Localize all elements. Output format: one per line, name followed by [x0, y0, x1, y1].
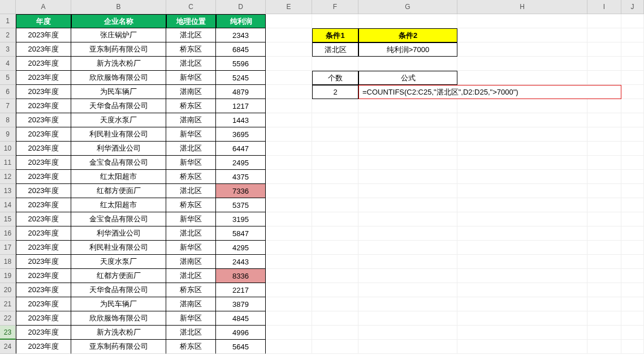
- cell-profit[interactable]: 3879: [216, 297, 266, 311]
- header-profit[interactable]: 纯利润: [216, 14, 266, 28]
- cell-profit[interactable]: 2443: [216, 255, 266, 269]
- cell-company[interactable]: 红都方便面厂: [71, 269, 166, 283]
- cell-profit[interactable]: 4879: [216, 85, 266, 99]
- empty-cell[interactable]: [587, 283, 621, 297]
- cell-company[interactable]: 红太阳超市: [71, 198, 166, 212]
- empty-cell[interactable]: [587, 212, 621, 226]
- cell-company[interactable]: 天度水泵厂: [71, 255, 166, 269]
- cond-header-1[interactable]: 条件1: [312, 28, 358, 42]
- cell-location[interactable]: 新华区: [166, 156, 216, 170]
- empty-cell[interactable]: [266, 14, 312, 28]
- cell-company[interactable]: 亚东制药有限公司: [71, 42, 166, 57]
- cell-profit[interactable]: 3695: [216, 127, 266, 142]
- spreadsheet-grid[interactable]: ABCDEFGHIJ1年度企业名称地理位置纯利润22023年度张庄锅炉厂湛北区2…: [0, 0, 644, 354]
- empty-cell[interactable]: [621, 127, 644, 142]
- empty-cell[interactable]: [312, 142, 358, 156]
- cell-year[interactable]: 2023年度: [16, 184, 71, 198]
- empty-cell[interactable]: [587, 156, 621, 170]
- empty-cell[interactable]: [457, 156, 587, 170]
- empty-cell[interactable]: [457, 42, 587, 57]
- cell-location[interactable]: 湛北区: [166, 326, 216, 340]
- row-header-8[interactable]: 8: [0, 113, 16, 127]
- empty-cell[interactable]: [457, 269, 587, 283]
- empty-cell[interactable]: [312, 340, 358, 354]
- row-header-2[interactable]: 2: [0, 28, 16, 42]
- cell-profit[interactable]: 4375: [216, 170, 266, 184]
- empty-cell[interactable]: [358, 170, 457, 184]
- cell-year[interactable]: 2023年度: [16, 156, 71, 170]
- empty-cell[interactable]: [358, 198, 457, 212]
- col-header-D[interactable]: D: [216, 0, 266, 14]
- empty-cell[interactable]: [358, 340, 457, 354]
- empty-cell[interactable]: [358, 127, 457, 142]
- cell-profit[interactable]: 5645: [216, 340, 266, 354]
- row-header-22[interactable]: 22: [0, 311, 16, 326]
- row-header-19[interactable]: 19: [0, 269, 16, 283]
- empty-cell[interactable]: [266, 269, 312, 283]
- empty-cell[interactable]: [621, 226, 644, 241]
- row-header-11[interactable]: 11: [0, 156, 16, 170]
- cell-location[interactable]: 桥东区: [166, 283, 216, 297]
- empty-cell[interactable]: [358, 212, 457, 226]
- empty-cell[interactable]: [621, 99, 644, 113]
- row-header-20[interactable]: 20: [0, 283, 16, 297]
- empty-cell[interactable]: [266, 28, 312, 42]
- cell-location[interactable]: 湛南区: [166, 255, 216, 269]
- count-value[interactable]: 2: [312, 85, 358, 99]
- col-header-A[interactable]: A: [16, 0, 71, 14]
- empty-cell[interactable]: [457, 71, 587, 85]
- empty-cell[interactable]: [266, 340, 312, 354]
- cell-year[interactable]: 2023年度: [16, 42, 71, 57]
- empty-cell[interactable]: [621, 184, 644, 198]
- empty-cell[interactable]: [457, 255, 587, 269]
- empty-cell[interactable]: [587, 57, 621, 71]
- cell-profit[interactable]: 2343: [216, 28, 266, 42]
- empty-cell[interactable]: [621, 28, 644, 42]
- empty-cell[interactable]: [587, 14, 621, 28]
- cell-company[interactable]: 金宝食品有限公司: [71, 212, 166, 226]
- empty-cell[interactable]: [358, 326, 457, 340]
- cell-profit[interactable]: 4295: [216, 241, 266, 255]
- empty-cell[interactable]: [621, 283, 644, 297]
- row-header-15[interactable]: 15: [0, 212, 16, 226]
- cell-year[interactable]: 2023年度: [16, 57, 71, 71]
- empty-cell[interactable]: [587, 297, 621, 311]
- empty-cell[interactable]: [621, 142, 644, 156]
- empty-cell[interactable]: [266, 226, 312, 241]
- col-header-H[interactable]: H: [457, 0, 587, 14]
- header-year[interactable]: 年度: [16, 14, 71, 28]
- empty-cell[interactable]: [266, 311, 312, 326]
- empty-cell[interactable]: [621, 212, 644, 226]
- empty-cell[interactable]: [312, 57, 358, 71]
- row-header-17[interactable]: 17: [0, 241, 16, 255]
- empty-cell[interactable]: [587, 340, 621, 354]
- col-header-J[interactable]: J: [621, 0, 644, 14]
- empty-cell[interactable]: [266, 184, 312, 198]
- empty-cell[interactable]: [266, 170, 312, 184]
- cell-location[interactable]: 新华区: [166, 212, 216, 226]
- empty-cell[interactable]: [312, 283, 358, 297]
- empty-cell[interactable]: [358, 283, 457, 297]
- empty-cell[interactable]: [457, 212, 587, 226]
- cell-location[interactable]: 湛南区: [166, 85, 216, 99]
- col-header-F[interactable]: F: [312, 0, 358, 14]
- empty-cell[interactable]: [621, 269, 644, 283]
- empty-cell[interactable]: [621, 170, 644, 184]
- cell-company[interactable]: 金宝食品有限公司: [71, 156, 166, 170]
- empty-cell[interactable]: [621, 241, 644, 255]
- cell-profit[interactable]: 2217: [216, 283, 266, 297]
- cell-year[interactable]: 2023年度: [16, 255, 71, 269]
- cell-location[interactable]: 新华区: [166, 71, 216, 85]
- empty-cell[interactable]: [457, 14, 587, 28]
- empty-cell[interactable]: [266, 42, 312, 57]
- empty-cell[interactable]: [266, 297, 312, 311]
- cell-location[interactable]: 湛北区: [166, 28, 216, 42]
- row-header-21[interactable]: 21: [0, 297, 16, 311]
- formula-cell[interactable]: =COUNTIFS(C2:C25,"湛北区",D2:D25,">7000"): [358, 85, 621, 99]
- cell-year[interactable]: 2023年度: [16, 212, 71, 226]
- cell-year[interactable]: 2023年度: [16, 198, 71, 212]
- empty-cell[interactable]: [457, 57, 587, 71]
- empty-cell[interactable]: [587, 198, 621, 212]
- empty-cell[interactable]: [312, 241, 358, 255]
- row-header-9[interactable]: 9: [0, 127, 16, 142]
